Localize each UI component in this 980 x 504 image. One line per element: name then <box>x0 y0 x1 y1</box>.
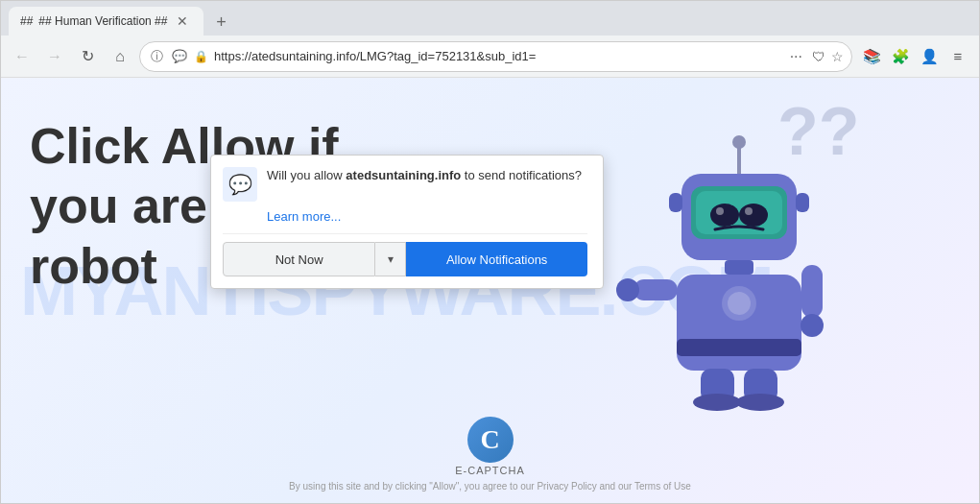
navigation-bar: ← → ↻ ⌂ ⓘ 💬 🔒 ··· 🛡 ☆ 📚 🧩 👤 ≡ <box>1 36 979 78</box>
page-background: MYANTISPYWARE.COM Click Allow if you are… <box>1 78 979 503</box>
forward-button[interactable]: → <box>41 43 68 70</box>
notification-popup: 💬 Will you allow atedsuntaining.info to … <box>210 155 604 289</box>
bookmark-icon[interactable]: ☆ <box>831 49 844 64</box>
not-now-label: Not Now <box>275 252 323 267</box>
svg-rect-10 <box>669 193 682 212</box>
popup-actions: Not Now ▾ Allow Notifications <box>223 233 587 276</box>
tab-close-button[interactable]: ✕ <box>173 12 192 31</box>
robot-illustration: ?? <box>614 87 921 423</box>
svg-point-24 <box>736 394 784 411</box>
ecaptcha-label: E-CAPTCHA <box>455 465 525 476</box>
svg-rect-12 <box>725 260 753 275</box>
ecaptcha-letter: C <box>480 424 499 455</box>
svg-point-2 <box>732 135 746 149</box>
ecaptcha-logo: C E-CAPTCHA <box>455 417 525 476</box>
nav-right-controls: 📚 🧩 👤 ≡ <box>858 43 971 70</box>
allow-label: Allow Notifications <box>446 252 548 267</box>
address-bar[interactable]: ⓘ 💬 🔒 ··· 🛡 ☆ <box>139 41 852 72</box>
url-input[interactable] <box>214 49 780 63</box>
svg-point-20 <box>801 314 824 337</box>
svg-point-16 <box>728 292 751 315</box>
back-icon: ← <box>14 48 30 65</box>
chat-bubble-icon: 💬 <box>228 173 252 196</box>
refresh-icon: ↻ <box>82 47 94 65</box>
svg-point-6 <box>710 204 739 227</box>
ecaptcha-c-icon: C <box>467 417 514 463</box>
learn-more-link[interactable]: Learn more... <box>267 209 587 224</box>
home-button[interactable]: ⌂ <box>107 43 133 70</box>
tab-title: ## Human Verification ## <box>38 14 167 28</box>
popup-prefix: Will you allow <box>267 168 346 182</box>
back-button[interactable]: ← <box>9 43 36 70</box>
svg-rect-19 <box>801 265 823 318</box>
tab-favicon-icon: ## <box>20 14 33 28</box>
not-now-dropdown-button[interactable]: ▾ <box>375 242 406 276</box>
svg-point-23 <box>693 394 741 411</box>
new-tab-button[interactable]: + <box>207 9 234 36</box>
svg-rect-14 <box>677 339 801 356</box>
library-icon[interactable]: 📚 <box>858 43 885 70</box>
popup-header: 💬 Will you allow atedsuntaining.info to … <box>223 167 587 202</box>
svg-point-9 <box>745 207 753 215</box>
svg-point-8 <box>716 207 724 215</box>
overflow-icon[interactable]: ≡ <box>944 43 971 70</box>
home-icon: ⌂ <box>115 48 125 65</box>
more-options-icon[interactable]: ··· <box>786 46 806 67</box>
terms-text: By using this site and by clicking "Allo… <box>289 480 691 493</box>
browser-window: ## ## Human Verification ## ✕ + ← → ↻ ⌂ … <box>0 0 980 504</box>
lock-icon: 🔒 <box>194 50 208 63</box>
svg-point-7 <box>739 204 768 227</box>
popup-suffix: to send notifications? <box>461 168 582 182</box>
info-icon: ⓘ <box>148 48 165 65</box>
bottom-area: C E-CAPTCHA By using this site and by cl… <box>1 417 979 493</box>
tab-bar: ## ## Human Verification ## ✕ + <box>1 1 979 36</box>
shield-icon: 🛡 <box>812 49 825 64</box>
svg-rect-11 <box>796 193 809 212</box>
svg-rect-17 <box>633 279 678 300</box>
popup-message: Will you allow atedsuntaining.info to se… <box>267 167 582 184</box>
svg-point-18 <box>616 278 639 301</box>
dropdown-chevron-icon: ▾ <box>388 252 394 266</box>
extensions-icon[interactable]: 🧩 <box>887 43 914 70</box>
account-icon[interactable]: 👤 <box>916 43 943 70</box>
notification-message-icon: 💬 <box>223 167 257 202</box>
active-tab[interactable]: ## ## Human Verification ## ✕ <box>9 7 203 36</box>
not-now-button[interactable]: Not Now <box>223 242 375 276</box>
svg-text:??: ?? <box>777 94 860 169</box>
page-content: MYANTISPYWARE.COM Click Allow if you are… <box>1 78 979 503</box>
allow-notifications-button[interactable]: Allow Notifications <box>406 242 587 276</box>
refresh-button[interactable]: ↻ <box>74 43 101 70</box>
popup-domain: atedsuntaining.info <box>346 168 461 182</box>
heading-line3: robot <box>30 238 157 294</box>
forward-icon: → <box>47 48 62 65</box>
chat-icon: 💬 <box>171 48 188 65</box>
